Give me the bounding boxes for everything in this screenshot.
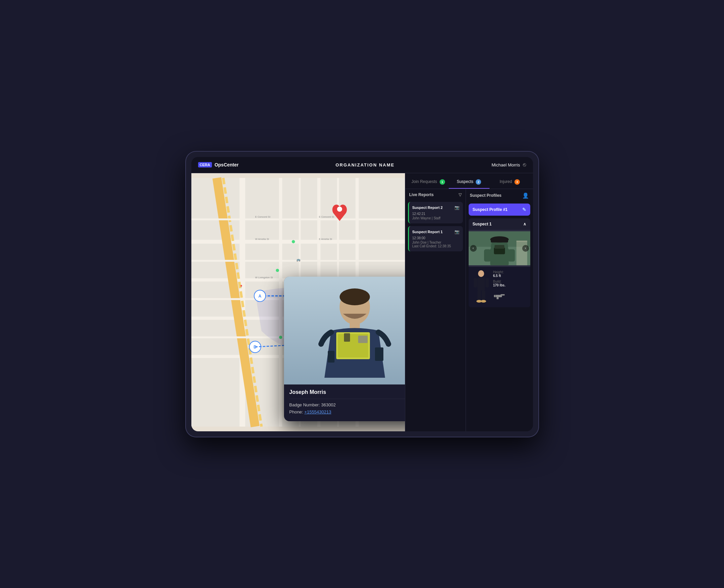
edit-profile-icon[interactable]: ✎ bbox=[522, 207, 526, 212]
body-stats: Height: 6.5 ft Build: 170 lbs. bbox=[493, 270, 527, 301]
badge-number: Badge Number: 363002 bbox=[290, 402, 405, 407]
svg-rect-73 bbox=[477, 291, 481, 300]
officer-photo bbox=[284, 277, 405, 384]
live-reports-panel: Live Reports ▽ Suspect Report 2 📷 12:42:… bbox=[405, 189, 466, 431]
report-1-time: 12:38:00 bbox=[412, 236, 460, 240]
join-requests-badge: 1 bbox=[440, 179, 445, 185]
phone-link[interactable]: +1555430213 bbox=[304, 410, 331, 415]
svg-rect-79 bbox=[496, 297, 498, 299]
suspect-1-header[interactable]: Suspect 1 ∧ bbox=[469, 218, 530, 230]
tab-suspects[interactable]: Suspects 2 bbox=[449, 176, 490, 189]
svg-rect-53 bbox=[358, 336, 367, 343]
suspects-badge: 2 bbox=[476, 179, 481, 185]
report-card-2[interactable]: Suspect Report 2 📷 12:42:21 John Wayne |… bbox=[408, 202, 463, 224]
report-2-person: John Wayne | Staff bbox=[412, 216, 460, 220]
chevron-up-icon: ∧ bbox=[523, 222, 526, 227]
tab-injured[interactable]: Injured 3 bbox=[490, 176, 530, 189]
tablet-inner: CERA OpsCenter ORGANIZATION NAME Michael… bbox=[191, 157, 533, 431]
svg-text:📍: 📍 bbox=[239, 285, 243, 289]
report-2-title: Suspect Report 2 📷 bbox=[412, 205, 460, 210]
tab-join-requests[interactable]: Join Requests 1 bbox=[408, 176, 449, 189]
svg-text:W Livingston St: W Livingston St bbox=[255, 276, 273, 279]
svg-rect-71 bbox=[474, 278, 477, 288]
build-stat: Build: 170 lbs. bbox=[493, 280, 527, 287]
svg-text:E Amelia St: E Amelia St bbox=[319, 237, 332, 240]
svg-point-69 bbox=[478, 270, 484, 277]
svg-rect-54 bbox=[328, 351, 335, 362]
user-area: Michael Morris ⎋ bbox=[492, 162, 526, 168]
report-1-person: John Doe | Teacher bbox=[412, 240, 460, 244]
logo-area: CERA OpsCenter bbox=[198, 162, 239, 167]
suspect-1-section: Suspect 1 ∧ bbox=[469, 218, 530, 307]
live-reports-header: Live Reports ▽ bbox=[405, 189, 466, 201]
svg-point-76 bbox=[481, 300, 486, 302]
tablet-frame: CERA OpsCenter ORGANIZATION NAME Michael… bbox=[185, 151, 539, 437]
right-panel: Join Requests 1 Suspects 2 Injured 3 bbox=[405, 173, 533, 431]
report-1-title: Suspect Report 1 📷 bbox=[412, 229, 460, 234]
photo-prev[interactable]: ‹ bbox=[470, 245, 477, 252]
svg-rect-78 bbox=[501, 294, 505, 295]
add-person-icon[interactable]: 👤 bbox=[522, 192, 529, 199]
svg-text:🚌: 🚌 bbox=[296, 257, 300, 261]
report-1-last-call: Last Call Ended: 12:38:35 bbox=[412, 244, 460, 248]
svg-rect-80 bbox=[495, 295, 496, 297]
user-name: Michael Morris bbox=[492, 163, 520, 167]
panel-tabs: Join Requests 1 Suspects 2 Injured 3 bbox=[405, 173, 533, 189]
svg-rect-63 bbox=[491, 238, 508, 242]
main-content: A B C D bbox=[191, 173, 533, 431]
map-area[interactable]: A B C D bbox=[191, 173, 405, 431]
info-divider bbox=[290, 399, 405, 399]
svg-text:E Concord St: E Concord St bbox=[255, 215, 271, 218]
filter-icon[interactable]: ▽ bbox=[459, 192, 462, 197]
officer-name: Joseph Morris bbox=[290, 389, 405, 395]
officer-popup: Joseph Morris Badge Number: 363002 Phone… bbox=[284, 277, 405, 421]
injured-badge: 3 bbox=[514, 179, 520, 185]
svg-rect-56 bbox=[344, 333, 350, 342]
cera-logo: CERA bbox=[198, 162, 212, 167]
svg-rect-67 bbox=[516, 240, 527, 265]
svg-rect-66 bbox=[508, 249, 515, 261]
svg-point-25 bbox=[337, 207, 342, 212]
officer-info: Joseph Morris Badge Number: 363002 Phone… bbox=[284, 384, 405, 421]
svg-rect-55 bbox=[375, 348, 383, 361]
body-details-container: Height: 6.5 ft Build: 170 lbs. bbox=[472, 270, 527, 304]
suspect-1-photo: ‹ › bbox=[469, 230, 530, 267]
svg-point-27 bbox=[276, 269, 279, 272]
svg-text:E Concord St: E Concord St bbox=[319, 215, 334, 218]
svg-rect-70 bbox=[477, 278, 485, 291]
suspect-profiles-panel: Suspect Profiles 👤 Suspect Profile #1 ✎ … bbox=[466, 189, 533, 431]
svg-rect-74 bbox=[482, 291, 485, 300]
svg-point-49 bbox=[340, 289, 370, 305]
height-stat: Height: 6.5 ft bbox=[493, 270, 527, 278]
svg-point-26 bbox=[292, 240, 295, 243]
video-icon-2: 📷 bbox=[454, 205, 460, 210]
topbar: CERA OpsCenter ORGANIZATION NAME Michael… bbox=[191, 157, 533, 173]
video-icon-1: 📷 bbox=[454, 229, 460, 234]
body-figure bbox=[472, 270, 491, 304]
officer-phone: Phone: +1555430213 bbox=[290, 410, 405, 415]
org-name: ORGANIZATION NAME bbox=[238, 163, 492, 167]
svg-text:W Amelia St: W Amelia St bbox=[255, 237, 269, 240]
report-card-1[interactable]: Suspect Report 1 📷 12:38:00 John Doe | T… bbox=[408, 226, 463, 251]
svg-point-30 bbox=[279, 336, 282, 339]
svg-rect-64 bbox=[494, 245, 504, 248]
svg-rect-65 bbox=[484, 249, 491, 261]
weapon-icon bbox=[493, 292, 527, 301]
svg-rect-72 bbox=[486, 278, 489, 288]
photo-next[interactable]: › bbox=[522, 245, 529, 252]
logout-icon[interactable]: ⎋ bbox=[523, 162, 526, 168]
panel-body: Live Reports ▽ Suspect Report 2 📷 12:42:… bbox=[405, 189, 533, 431]
report-2-time: 12:42:21 bbox=[412, 212, 460, 216]
active-profile-btn[interactable]: Suspect Profile #1 ✎ bbox=[469, 204, 530, 216]
svg-text:A: A bbox=[258, 294, 261, 298]
svg-rect-68 bbox=[516, 240, 527, 242]
suspect-body-details: Height: 6.5 ft Build: 170 lbs. bbox=[469, 267, 530, 307]
profiles-header: Suspect Profiles 👤 bbox=[466, 189, 533, 202]
app-name: OpsCenter bbox=[215, 162, 239, 167]
